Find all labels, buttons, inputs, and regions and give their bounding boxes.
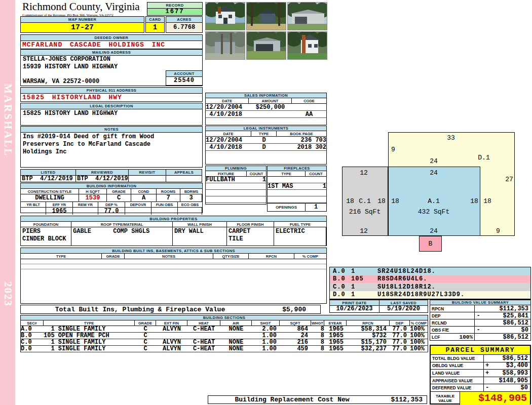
building-sections-column-header: DEP bbox=[390, 320, 410, 326]
sketch-dimension-label: 18 bbox=[470, 197, 478, 205]
building-info-value bbox=[21, 208, 46, 215]
deeded-owner-value: MCFARLAND CASCADE HOLDINGS INC bbox=[21, 41, 202, 49]
building-sections-column-header: EYEAR bbox=[324, 320, 347, 326]
legal-instrument-column-header: TYPE bbox=[251, 131, 277, 136]
building-properties-column-header: FUEL TYPE bbox=[274, 222, 326, 227]
sales-cell bbox=[249, 111, 292, 118]
physical-address-value: 15825 HISTORYLAND HWY bbox=[21, 94, 202, 101]
building-sections-column-header: SEC# bbox=[21, 320, 44, 326]
building-sections-cell: 1965 bbox=[324, 326, 347, 333]
fireplaces-row bbox=[268, 190, 326, 196]
building-sections-cell: 77.0 bbox=[390, 333, 410, 339]
built-ins-column-header: RPCN bbox=[249, 254, 294, 259]
building-value-summary-title: BUILDING VALUE SUMMARY bbox=[430, 300, 530, 305]
building-sections-cell bbox=[156, 333, 187, 339]
fireplaces-cell bbox=[306, 190, 326, 196]
sketch-dimension-label: 24 bbox=[430, 169, 438, 177]
legend-row: C.01SU18L12D18R12. bbox=[330, 283, 530, 291]
legal-instrument-cell: 4/10/2018 bbox=[206, 144, 251, 151]
fireplaces-column-header: COUNT bbox=[306, 171, 326, 176]
replacement-cost-label: Building Replacement Cost New bbox=[208, 396, 376, 403]
legend-qty: 1 bbox=[351, 291, 377, 298]
building-info-column-header: FUN OBS bbox=[151, 202, 178, 207]
building-sections-cell: 1965 bbox=[324, 339, 347, 346]
building-sections-cell: 8 bbox=[311, 333, 324, 339]
building-info-value: DWELLING bbox=[21, 194, 79, 201]
openings-label: OPENINGS bbox=[268, 204, 306, 211]
mailing-line: STELLA-JONES CORPORATION bbox=[21, 56, 202, 63]
fireplaces-cell bbox=[268, 196, 306, 203]
built-ins-cell bbox=[213, 259, 249, 264]
legend-section: D.0 bbox=[330, 291, 351, 298]
plumbing-cell bbox=[247, 183, 266, 190]
sketch-dimension-label: 9 bbox=[391, 146, 395, 153]
parcel-summary-title: PARCEL SUMMARY bbox=[431, 346, 530, 355]
notes-label: NOTES bbox=[21, 127, 202, 133]
sketch-dimension-label: 27 bbox=[505, 176, 513, 183]
building-sections-row: D.0 1 SINGLE FAMILYCALVYNC-HEATNONE1.004… bbox=[21, 346, 428, 352]
county-header: Richmond County, Virginia Commissioner o… bbox=[22, 1, 146, 17]
property-photo-open-shed[interactable] bbox=[246, 31, 286, 60]
building-sections-column-header: AIR bbox=[220, 320, 252, 326]
built-ins-cell bbox=[102, 264, 125, 269]
acres-label: ACRES bbox=[166, 17, 202, 23]
parcel-summary: PARCEL SUMMARY TOTAL BLDG VALUE$86,512OB… bbox=[430, 345, 531, 404]
map-number-label: MAP NUMBER bbox=[21, 17, 144, 23]
card-label: CARD bbox=[146, 17, 164, 23]
building-info-column-header: EFF YR bbox=[46, 202, 73, 207]
parcel-row: TOTAL BLDG VALUE$86,512 bbox=[431, 355, 530, 362]
sketch-dimension-label: 33 bbox=[447, 134, 455, 142]
property-photo-pole-barn[interactable] bbox=[287, 2, 327, 30]
built-ins-cell bbox=[21, 259, 102, 264]
parcel-sign: + bbox=[484, 362, 490, 369]
parcel-value: $3,400 bbox=[490, 362, 530, 369]
map-number-value: 17-27 bbox=[21, 23, 144, 32]
fireplaces-cell: 1ST MAS bbox=[268, 183, 306, 190]
building-sections-cell: ALVYN bbox=[156, 346, 187, 352]
sidebar-year-label: 2023 bbox=[2, 281, 14, 307]
sales-cell: AA bbox=[292, 111, 326, 118]
sketch-dimension-label: 24 bbox=[430, 157, 438, 165]
account-value: 25540 bbox=[166, 77, 202, 85]
building-sections-cell: 100% bbox=[410, 333, 428, 339]
building-sections-cell: C bbox=[135, 333, 156, 339]
built-ins-cell bbox=[213, 264, 249, 269]
bvs-label-text: RPCN bbox=[432, 306, 444, 311]
sketch-dimension-label: 18 bbox=[377, 197, 386, 205]
sketch-legend: A.01SR24U18L24D18.B.0105R8SD4R6U4L6.C.01… bbox=[329, 267, 531, 300]
sales-column-header: CODE bbox=[292, 98, 326, 103]
building-sections-cell: 100% bbox=[410, 339, 428, 346]
building-properties-column-header: FOUNDATION bbox=[21, 222, 71, 227]
building-sections-column-header: HEAT bbox=[187, 320, 220, 326]
building-info-column-header: H SQFT bbox=[79, 189, 107, 194]
building-info-value: 77.0 bbox=[98, 208, 125, 215]
parcel-row: LAND VALUE+$58,993 bbox=[431, 370, 530, 377]
map-number-box: MAP NUMBER 17-27 bbox=[20, 16, 144, 33]
plumbing-cell: FULLBATH bbox=[206, 177, 247, 183]
building-info-value: 1965 bbox=[46, 208, 73, 215]
sketch-region-B: B bbox=[419, 236, 442, 252]
building-properties-value: DRY WALL bbox=[173, 227, 227, 246]
building-sections-cell: NONE bbox=[220, 339, 252, 346]
building-info-value bbox=[151, 208, 178, 215]
property-photo-two-story-house-2[interactable] bbox=[287, 31, 327, 60]
property-photo-wooded-shed-gray[interactable] bbox=[205, 31, 245, 60]
building-sections-row: B.0105 OPEN FRAME PCHC1.002481965$73277.… bbox=[21, 333, 428, 339]
bvs-row: LCF100%$86,512 bbox=[430, 334, 530, 341]
building-sections-cell: 1 SINGLE FAMILY bbox=[44, 346, 135, 352]
building-sections-column-header: WHGT bbox=[311, 320, 324, 326]
built-ins: BUILDING BUILT INS, BASEMENTS, ATTICS & … bbox=[20, 248, 327, 304]
sales-information: SALES INFORMATION DATEAMOUNTCODE 12/20/2… bbox=[205, 93, 327, 125]
legal-instruments: LEGAL INSTRUMENTS DATETYPEBOOK PAGE 12/2… bbox=[205, 126, 327, 165]
building-info-column-header: DEPOVR bbox=[125, 202, 151, 207]
built-ins-cell bbox=[21, 264, 102, 269]
property-photo-two-story-house[interactable] bbox=[205, 2, 245, 30]
building-sections-cell: 1 SINGLE FAMILY bbox=[44, 326, 135, 333]
built-ins-cell bbox=[294, 259, 326, 264]
built-ins-cell bbox=[102, 259, 125, 264]
plumbing-cell bbox=[206, 190, 247, 196]
legal-instrument-cell: 2018 302 bbox=[277, 144, 326, 151]
property-photo-wooded-shed[interactable] bbox=[246, 2, 286, 30]
building-sections-cell bbox=[187, 333, 220, 339]
plumbing-cell bbox=[206, 196, 247, 203]
